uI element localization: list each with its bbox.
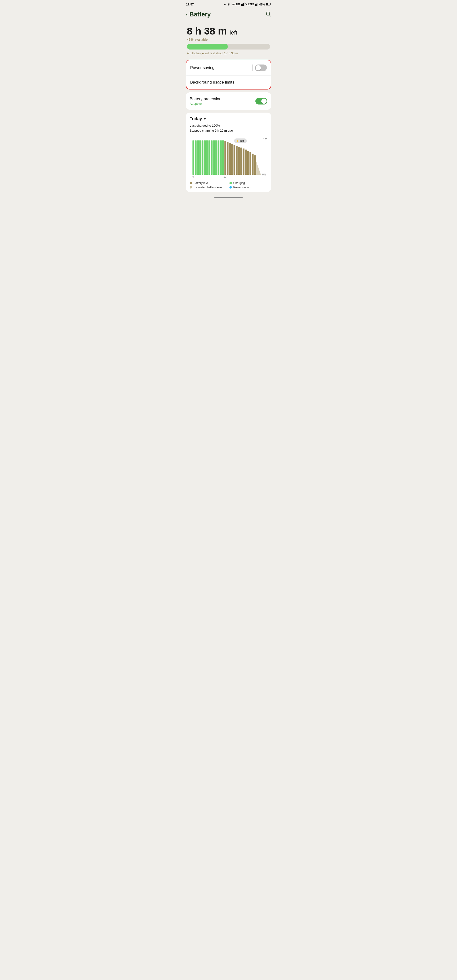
today-row[interactable]: Today ▼ [190,116,267,121]
battery-progress-fill [187,44,228,49]
svg-rect-30 [226,142,228,175]
full-charge-text: A full charge will last about 17 h 38 m [187,51,270,55]
chart-svg: 100 0% [190,136,267,179]
svg-rect-33 [234,145,236,175]
lte2-icon: VoLTE2 [245,3,254,6]
legend-label-estimated: Estimated battery level [194,186,222,189]
svg-rect-24 [213,140,215,175]
svg-rect-5 [256,3,256,6]
svg-rect-17 [197,140,199,175]
charge-tooltip: ⚡ 100 [234,138,247,143]
last-charged: Last charged to 100% [190,123,267,128]
battery-protection-card[interactable]: Battery protection Adaptive [186,92,271,110]
protection-label: Battery protection [190,97,221,102]
toggle-thumb-2 [261,99,267,104]
svg-rect-26 [218,140,220,175]
legend-label-battery: Battery level [194,181,209,185]
svg-text:0%: 0% [262,173,266,176]
svg-rect-23 [211,140,213,175]
bluetooth-icon: ✦ [223,3,226,6]
svg-rect-7 [258,2,258,6]
svg-text:12: 12 [223,175,226,178]
battery-time-section: 8 h 38 m left 49% available A full charg… [186,22,271,60]
home-indicator[interactable] [214,197,243,198]
battery-progress-bar [187,44,270,49]
legend-dot-battery [190,182,192,184]
svg-rect-43 [254,155,256,175]
battery-percent: 49% [259,3,265,6]
svg-rect-2 [243,3,244,6]
charge-info: Last charged to 100% Stopped charging 9 … [190,123,267,133]
svg-rect-34 [236,146,238,175]
svg-rect-37 [242,148,244,175]
svg-line-12 [269,15,271,16]
svg-rect-28 [222,140,224,175]
legend-charging: Charging [229,181,267,185]
svg-rect-31 [229,143,231,175]
search-button[interactable] [265,11,271,18]
legend-dot-power-saving [229,186,232,189]
page-title: Battery [189,11,211,18]
svg-rect-1 [242,3,243,6]
svg-rect-22 [209,140,210,175]
svg-rect-41 [252,154,254,175]
power-saving-card[interactable]: Power saving Background usage limits [186,60,271,89]
svg-rect-38 [245,150,247,175]
svg-text:⚡ 100: ⚡ 100 [236,140,244,143]
period-label: Today [190,116,202,121]
battery-chart: 100 0% [190,136,267,179]
chevron-down-icon[interactable]: ▼ [204,117,206,121]
legend-dot-estimated [190,186,192,189]
svg-rect-21 [206,140,208,175]
svg-rect-27 [220,140,222,175]
battery-icon [266,3,271,6]
svg-rect-25 [215,140,217,175]
main-content: 8 h 38 m left 49% available A full charg… [182,22,275,192]
wifi-icon [227,2,231,6]
time-remaining: 8 h 38 m left [187,26,270,37]
power-saving-toggle[interactable] [255,65,267,71]
divider [252,65,253,71]
svg-rect-16 [195,140,197,175]
svg-rect-39 [247,151,249,175]
percent-available: 49% available [187,38,270,41]
svg-rect-19 [202,140,204,175]
svg-rect-35 [238,146,240,175]
page-header: ‹ Battery [182,8,275,22]
signal1-icon [241,2,244,6]
svg-rect-10 [266,3,268,5]
svg-rect-0 [241,4,242,6]
background-usage-label: Background usage limits [190,80,234,85]
power-saving-label: Power saving [190,65,215,70]
protection-sublabel: Adaptive [190,102,221,105]
svg-rect-32 [231,144,233,175]
battery-protection-row[interactable]: Battery protection Adaptive [186,92,271,110]
toggle-thumb [256,65,261,70]
svg-text:0: 0 [193,175,194,178]
svg-rect-36 [240,148,242,175]
battery-protection-toggle[interactable] [255,98,267,105]
lte1-icon: VoLTE1 [232,3,240,6]
battery-protection-text: Battery protection Adaptive [190,97,221,105]
legend-label-power-saving: Power saving [233,186,250,189]
svg-rect-29 [225,141,226,175]
signal2-icon [255,2,258,6]
chart-card: Today ▼ Last charged to 100% Stopped cha… [186,113,271,192]
svg-text:100: 100 [263,138,267,141]
legend-estimated: Estimated battery level [190,186,228,189]
status-icons: ✦ VoLTE1 VoLTE2 49% [223,2,271,6]
legend-dot-charging [229,182,232,184]
svg-rect-6 [257,3,258,6]
legend-power-saving: Power saving [229,186,267,189]
svg-rect-4 [255,4,256,6]
status-bar: 17:57 ✦ VoLTE1 VoLTE2 49% [182,0,275,8]
background-usage-row[interactable]: Background usage limits [186,75,271,89]
svg-rect-20 [204,140,205,175]
svg-rect-18 [199,140,201,175]
status-time: 17:57 [186,3,194,6]
power-saving-row[interactable]: Power saving [186,60,271,75]
back-button[interactable]: ‹ [186,12,188,17]
svg-rect-3 [244,2,244,6]
svg-rect-40 [250,152,252,175]
svg-rect-15 [193,140,194,175]
